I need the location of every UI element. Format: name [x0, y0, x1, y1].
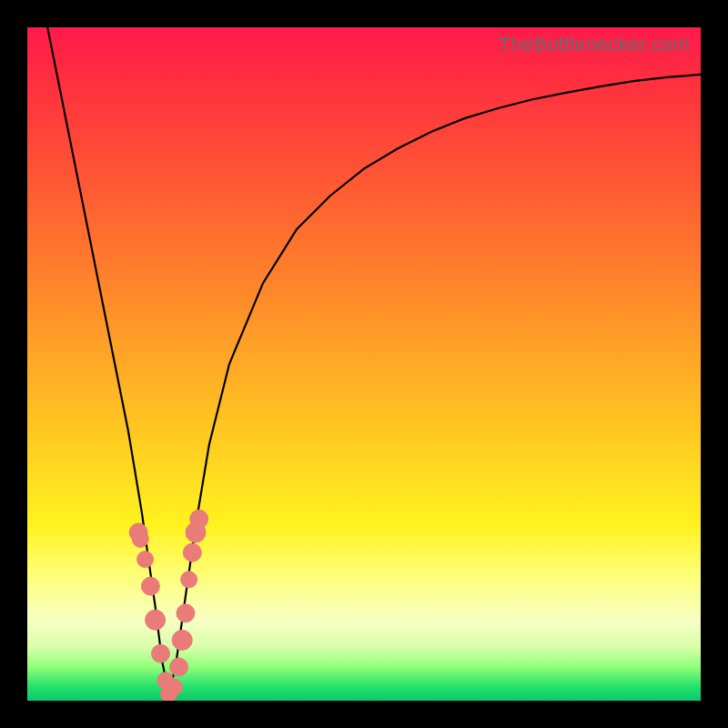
- chart-frame: TheBottlenecker.com: [0, 0, 728, 728]
- sample-dot: [172, 630, 192, 650]
- sample-dots-group: [129, 510, 208, 701]
- sample-dot: [166, 679, 182, 695]
- sample-dot: [152, 644, 170, 662]
- sample-dot: [137, 551, 154, 568]
- sample-dot: [177, 604, 195, 622]
- sample-dot: [190, 510, 208, 528]
- sample-dot: [132, 531, 148, 547]
- sample-dot: [146, 610, 166, 630]
- sample-dot: [181, 571, 197, 588]
- sample-dot: [141, 577, 159, 595]
- sample-dot: [170, 658, 188, 676]
- sample-dot: [183, 543, 201, 561]
- chart-overlay: [27, 27, 701, 701]
- chart-plot-area: TheBottlenecker.com: [27, 27, 701, 701]
